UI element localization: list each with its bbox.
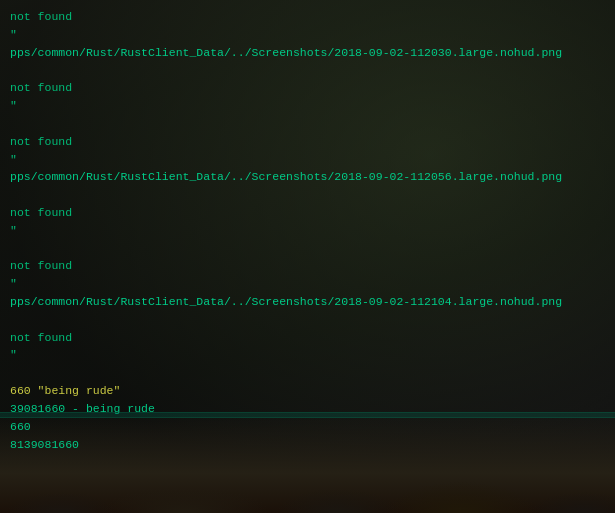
console-line: [10, 311, 605, 329]
console-line: [10, 115, 605, 133]
console-line: ": [10, 222, 605, 240]
console-line: pps/common/Rust/RustClient_Data/../Scree…: [10, 168, 605, 186]
console-line: [10, 186, 605, 204]
game-scene: not found"pps/common/Rust/RustClient_Dat…: [0, 0, 615, 513]
console-line: not found: [10, 329, 605, 347]
console-line: ": [10, 275, 605, 293]
bottom-bar: [0, 412, 615, 418]
console-line: 8139081660: [10, 436, 605, 454]
console-line: ": [10, 346, 605, 364]
console-line: [10, 364, 605, 382]
console-line: [10, 240, 605, 258]
console-line: ": [10, 151, 605, 169]
console-output: not found"pps/common/Rust/RustClient_Dat…: [0, 0, 615, 410]
console-line: not found: [10, 257, 605, 275]
console-line: not found: [10, 8, 605, 26]
console-line: pps/common/Rust/RustClient_Data/../Scree…: [10, 44, 605, 62]
console-line: ": [10, 26, 605, 44]
terrain-rocks: [0, 453, 615, 513]
console-line: 660: [10, 418, 605, 436]
console-line: 660 "being rude": [10, 382, 605, 400]
console-line: not found: [10, 204, 605, 222]
console-line: pps/common/Rust/RustClient_Data/../Scree…: [10, 293, 605, 311]
console-line: ": [10, 97, 605, 115]
console-line: [10, 61, 605, 79]
console-line: not found: [10, 133, 605, 151]
console-line: not found: [10, 79, 605, 97]
